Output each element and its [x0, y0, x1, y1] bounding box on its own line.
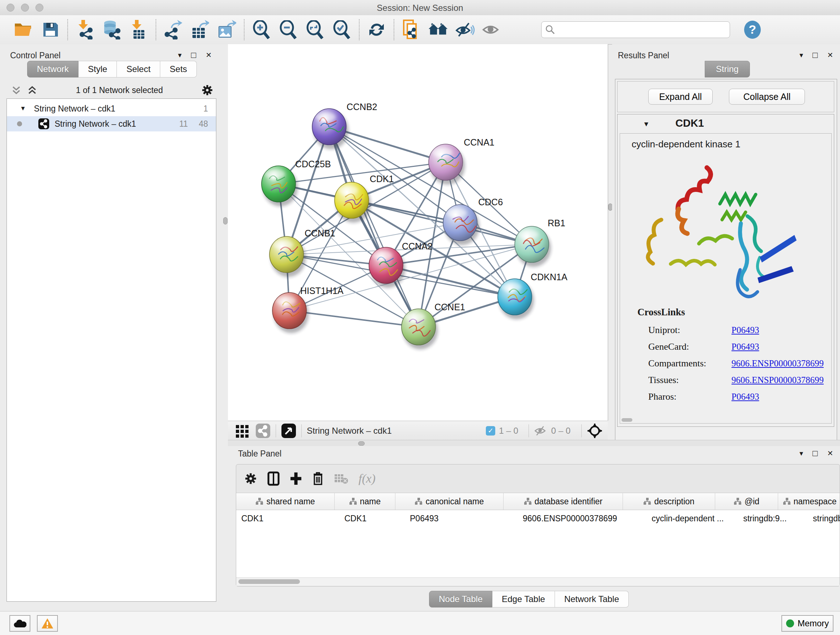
table-cell[interactable]: P06493 [405, 510, 518, 527]
column-header-shared-name[interactable]: shared name [236, 493, 335, 510]
zoom-selected-icon [332, 20, 351, 39]
horizontal-splitter[interactable] [228, 440, 840, 447]
tab-select[interactable]: Select [117, 61, 160, 78]
warnings-button[interactable] [37, 615, 58, 632]
show-panel-button[interactable] [482, 19, 502, 40]
help-button[interactable]: ? [742, 19, 763, 40]
crosslink-link[interactable]: P06493 [731, 392, 759, 402]
crosslink-link[interactable]: P06493 [731, 325, 759, 335]
crosshair-icon[interactable] [587, 423, 603, 439]
add-column-button[interactable] [290, 472, 302, 486]
tab-edge-table[interactable]: Edge Table [493, 591, 555, 608]
table-cell[interactable]: CDK1 [339, 510, 405, 527]
network-canvas[interactable]: CCNB2CCNA1CDC25BCDK1CDC6RB1CCNB1CCNA2CDK… [228, 44, 608, 421]
edge-CCNB2-CCNE1[interactable] [329, 127, 418, 327]
tab-network[interactable]: Network [27, 61, 79, 78]
tab-sets[interactable]: Sets [160, 61, 197, 78]
tree-expand-icon[interactable]: ▼ [20, 105, 26, 112]
export-image-button[interactable] [217, 19, 237, 40]
column-header-namespace[interactable]: namespace [778, 493, 840, 510]
panel-float-icon[interactable]: □ [813, 448, 818, 458]
table-settings-button[interactable] [244, 472, 257, 485]
panel-menu-icon[interactable]: ▾ [799, 51, 803, 59]
table-cell[interactable]: stringdb:9... [734, 510, 796, 527]
panel-close-icon[interactable]: ✕ [827, 449, 834, 458]
hide-panel-button[interactable] [455, 19, 475, 40]
cloud-status-button[interactable] [9, 615, 30, 632]
search-input[interactable] [555, 25, 726, 35]
protein-collapse-icon[interactable]: ▼ [643, 120, 650, 128]
edge-HIST1H1A-CCNE1[interactable] [289, 310, 418, 327]
zoom-out-button[interactable] [278, 19, 298, 40]
export-table-button[interactable] [190, 19, 210, 40]
table-cell[interactable]: CDK1 [236, 510, 339, 527]
table-toolbar: f(x) [236, 464, 840, 493]
import-table-button[interactable] [128, 19, 149, 40]
protein-description: cyclin-dependent kinase 1 [632, 139, 741, 150]
string-panel-toggle-icon[interactable] [256, 423, 271, 439]
import-network-button[interactable] [75, 19, 95, 40]
column-type-icon [734, 497, 742, 505]
column-header-name[interactable]: name [335, 493, 395, 510]
import-from-database-button[interactable] [102, 19, 122, 40]
results-scrollbar-thumb[interactable] [622, 418, 632, 422]
function-builder-button[interactable]: f(x) [358, 472, 376, 486]
help-icon: ? [743, 20, 762, 39]
column-header-description[interactable]: description [623, 493, 715, 510]
gear-icon[interactable] [201, 84, 213, 96]
home-layout-button[interactable] [428, 19, 448, 40]
delete-table-button[interactable] [334, 473, 348, 485]
node-gloss [338, 186, 358, 195]
left-splitter-handle[interactable] [223, 217, 227, 225]
zoom-selected-button[interactable] [332, 19, 352, 40]
tab-string[interactable]: String [705, 61, 750, 78]
table-cell[interactable]: stringdb [796, 510, 840, 527]
bottom-status-bar: Memory [0, 611, 840, 635]
save-session-button[interactable] [40, 19, 60, 40]
collapse-all-icon[interactable] [11, 85, 22, 96]
panel-float-icon[interactable]: □ [813, 50, 818, 60]
export-network-button[interactable] [163, 19, 183, 40]
panel-menu-icon[interactable]: ▾ [178, 51, 182, 59]
table-cell[interactable]: cyclin-dependent ... [642, 510, 734, 527]
duplicate-network-button[interactable] [401, 19, 422, 40]
horizontal-splitter-handle[interactable] [358, 441, 365, 446]
zoom-fit-button[interactable] [305, 19, 325, 40]
ribbon-stroke [671, 261, 715, 264]
crosslink-link[interactable]: P06493 [731, 342, 759, 352]
table-hscrollbar-thumb[interactable] [238, 579, 300, 584]
edge-HIST1H1A-RB1[interactable] [289, 244, 532, 310]
table-cell[interactable]: 9606.ENSP00000378699 [518, 510, 642, 527]
zoom-in-button[interactable] [251, 19, 272, 40]
tab-network-table[interactable]: Network Table [555, 591, 629, 608]
zoom-fit-icon [306, 20, 325, 39]
memory-button[interactable]: Memory [782, 615, 834, 632]
show-columns-button[interactable] [267, 471, 279, 486]
crosslink-link[interactable]: 9606.ENSP00000378699 [731, 375, 824, 385]
birdseye-grid-icon[interactable] [235, 424, 249, 438]
tab-style[interactable]: Style [79, 61, 117, 78]
column-header--id[interactable]: @id [715, 493, 778, 510]
delete-column-button[interactable] [312, 471, 324, 486]
expand-all-icon[interactable] [27, 85, 38, 96]
selected-checkbox-icon[interactable]: ✓ [486, 426, 495, 435]
table-row[interactable]: CDK1CDK1P064939606.ENSP00000378699cyclin… [236, 510, 840, 527]
crosslinks-title: CrossLinks [638, 307, 685, 318]
open-in-window-icon[interactable] [281, 423, 296, 439]
panel-close-icon[interactable]: ✕ [827, 51, 834, 59]
expand-all-button[interactable]: Expand All [648, 89, 713, 105]
column-header-database-identifier[interactable]: database identifier [504, 493, 623, 510]
crosslink-link[interactable]: 9606.ENSP00000378699 [731, 358, 824, 369]
network-collection-row[interactable]: ▼ String Network – cdk1 1 [7, 99, 216, 116]
column-header-canonical-name[interactable]: canonical name [395, 493, 504, 510]
panel-close-icon[interactable]: ✕ [206, 51, 212, 59]
open-session-button[interactable] [13, 19, 34, 40]
collapse-all-button[interactable]: Collapse All [729, 89, 805, 105]
panel-float-icon[interactable]: □ [191, 50, 196, 60]
statusbar-separator [276, 424, 276, 437]
tab-node-table[interactable]: Node Table [429, 591, 493, 608]
panel-menu-icon[interactable]: ▾ [799, 449, 803, 458]
network-row-selected[interactable]: String Network – cdk1 11 48 [7, 116, 216, 131]
table-hscrollbar[interactable] [236, 578, 840, 586]
apply-style-button[interactable] [366, 19, 387, 40]
